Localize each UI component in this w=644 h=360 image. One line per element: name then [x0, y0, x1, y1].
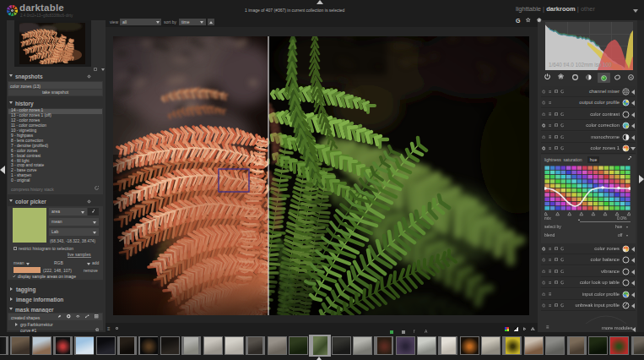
svg-text:1/640 f/4.0 102mm iso 100: 1/640 f/4.0 102mm iso 100: [549, 62, 612, 68]
